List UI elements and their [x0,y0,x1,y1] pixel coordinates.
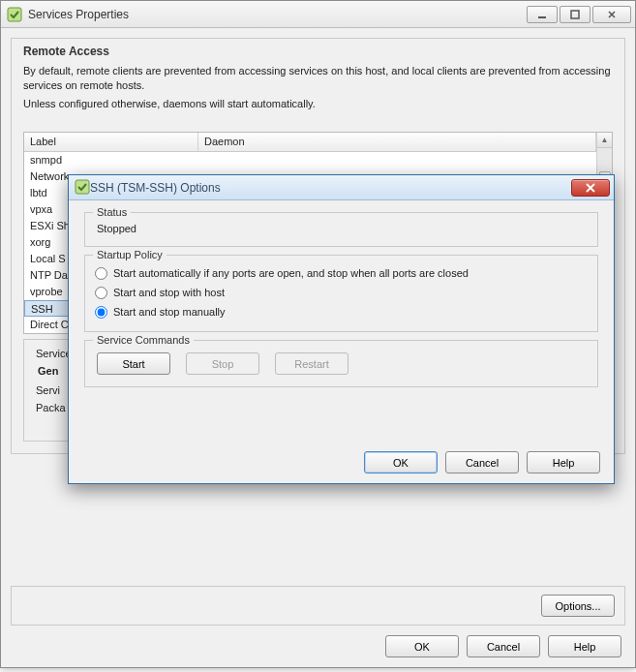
remote-access-description: By default, remote clients are prevented… [23,64,613,115]
svg-rect-3 [76,180,89,194]
column-label[interactable]: Label [24,133,198,151]
titlebar: Services Properties [1,1,635,28]
minimize-button[interactable] [527,6,558,23]
startup-opt-label-3: Start and stop manually [113,306,226,318]
close-button[interactable] [592,6,631,23]
ok-button[interactable]: OK [385,635,459,657]
remote-access-p2: Unless configured otherwise, daemons wil… [23,97,613,111]
parent-action-row: OK Cancel Help [11,626,625,657]
help-button[interactable]: Help [548,635,621,657]
startup-opt-auto-ports[interactable]: Start automatically if any ports are ope… [95,263,588,283]
status-value: Stopped [95,221,588,236]
service-commands-group: Service Commands Start Stop Restart [84,340,598,387]
status-group: Status Stopped [84,212,598,247]
startup-opt-label-2: Start and stop with host [113,287,225,298]
radio-auto-ports[interactable] [95,267,107,280]
startup-opt-label-1: Start automatically if any ports are ope… [113,267,469,279]
ssh-options-dialog: SSH (TSM-SSH) Options Status Stopped Sta… [68,174,615,484]
startup-opt-with-host[interactable]: Start and stop with host [95,283,588,302]
window-title: Services Properties [28,8,527,21]
service-commands-legend: Service Commands [93,334,194,346]
stop-button[interactable]: Stop [186,352,259,375]
radio-with-host[interactable] [95,287,107,299]
dialog-close-button[interactable] [571,179,610,197]
startup-policy-group: Startup Policy Start automatically if an… [84,255,598,332]
restart-button[interactable]: Restart [275,352,348,375]
options-button[interactable]: Options... [541,595,615,617]
options-row: Options... [11,586,625,626]
app-icon [7,7,22,22]
svg-rect-2 [571,11,579,18]
radio-manual[interactable] [95,306,107,319]
table-header: Label Daemon [24,133,596,152]
dialog-title: SSH (TSM-SSH) Options [90,181,571,195]
dialog-help-button[interactable]: Help [527,451,600,473]
column-daemon[interactable]: Daemon [198,133,596,151]
startup-opt-manual[interactable]: Start and stop manually [95,302,588,321]
dialog-action-row: OK Cancel Help [69,445,614,483]
table-row[interactable]: snmpd [24,152,596,168]
scroll-up-icon[interactable]: ▲ [597,133,612,148]
startup-policy-legend: Startup Policy [93,249,167,260]
maximize-button[interactable] [560,6,591,23]
status-legend: Status [93,206,131,218]
remote-access-heading: Remote Access [23,45,613,58]
dialog-app-icon [75,179,90,197]
start-button[interactable]: Start [97,352,170,375]
remote-access-p1: By default, remote clients are prevented… [23,64,613,93]
cancel-button[interactable]: Cancel [467,635,540,657]
dialog-cancel-button[interactable]: Cancel [445,451,519,473]
svg-rect-1 [538,16,546,18]
dialog-body: Status Stopped Startup Policy Start auto… [69,200,614,445]
window-controls [527,6,631,23]
dialog-titlebar: SSH (TSM-SSH) Options [69,175,614,200]
dialog-ok-button[interactable]: OK [364,451,438,473]
svg-rect-0 [8,8,21,21]
